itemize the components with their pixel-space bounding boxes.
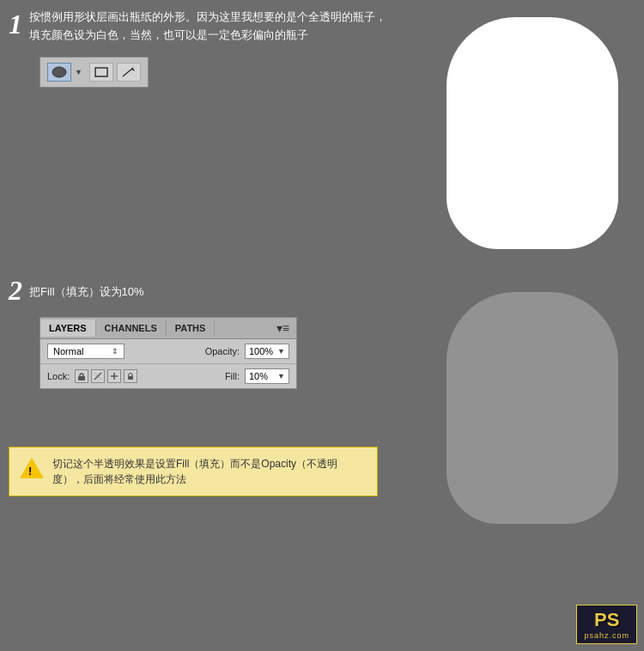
svg-rect-5 xyxy=(80,374,83,377)
opacity-label: Opacity: xyxy=(205,346,240,356)
lock-image-btn[interactable] xyxy=(91,369,105,383)
step2-text: 把Fill（填充）设为10% xyxy=(29,283,144,301)
ps-domain: psahz.com xyxy=(584,631,629,640)
bottle-gray xyxy=(447,292,618,524)
lock-icons xyxy=(75,369,137,383)
blend-mode-arrow: ⇕ xyxy=(112,347,118,356)
pen-tool-button[interactable] xyxy=(117,63,141,82)
ps-brand-text: PS xyxy=(594,609,619,631)
warning-triangle-icon xyxy=(20,458,44,478)
lock-all-btn[interactable] xyxy=(124,369,137,383)
main-container: 1 按惯例用形状层画出瓶纸的外形。因为这里我想要的是个全透明的瓶子，填充颜色设为… xyxy=(0,0,644,651)
panel-menu-button[interactable]: ▾≡ xyxy=(270,318,296,338)
shape-tool-button[interactable] xyxy=(47,63,71,82)
rect-tool-button[interactable] xyxy=(89,63,113,82)
tab-channels[interactable]: CHANNELS xyxy=(96,319,167,337)
opacity-input[interactable]: 100% ▼ xyxy=(245,344,289,359)
layers-row1: Normal ⇕ Opacity: 100% ▼ xyxy=(40,339,296,364)
tab-paths[interactable]: PATHS xyxy=(167,319,216,337)
bottle-white xyxy=(447,17,618,249)
svg-line-2 xyxy=(123,68,133,76)
shape-tool-arrow[interactable]: ▼ xyxy=(75,68,82,76)
step1-number: 1 xyxy=(9,9,22,40)
step1-text: 按惯例用形状层画出瓶纸的外形。因为这里我想要的是个全透明的瓶子，填充颜色设为白色… xyxy=(29,9,386,45)
svg-point-0 xyxy=(52,67,66,77)
fill-arrow: ▼ xyxy=(277,372,285,380)
ps-logo: PS psahz.com xyxy=(576,605,637,644)
layers-row2: Lock: xyxy=(40,364,296,388)
layers-panel: LAYERS CHANNELS PATHS ▾≡ Normal ⇕ Opacit… xyxy=(39,317,297,389)
lock-transparent-btn[interactable] xyxy=(75,369,88,383)
opacity-arrow: ▼ xyxy=(277,347,285,356)
warning-text: 切记这个半透明效果是设置Fill（填充）而不是Opacity（不透明度），后面将… xyxy=(52,456,367,487)
tab-layers[interactable]: LAYERS xyxy=(40,319,96,337)
step1-area: 1 按惯例用形状层画出瓶纸的外形。因为这里我想要的是个全透明的瓶子，填充颜色设为… xyxy=(9,9,386,88)
layers-tabs: LAYERS CHANNELS PATHS ▾≡ xyxy=(40,318,296,339)
warning-icon-area xyxy=(20,458,44,478)
fill-label: Fill: xyxy=(225,371,240,381)
svg-rect-10 xyxy=(128,376,133,380)
warning-box: 切记这个半透明效果是设置Fill（填充）而不是Opacity（不透明度），后面将… xyxy=(9,447,378,496)
svg-rect-1 xyxy=(95,68,107,76)
lock-label: Lock: xyxy=(47,371,70,381)
tool-icons-bar: ▼ xyxy=(39,57,149,88)
step2-number: 2 xyxy=(9,275,22,307)
fill-input[interactable]: 10% ▼ xyxy=(245,368,289,384)
blend-mode-select[interactable]: Normal ⇕ xyxy=(47,344,125,359)
step2-area: 2 把Fill（填充）设为10% LAYERS CHANNELS PATHS ▾… xyxy=(9,275,386,389)
lock-position-btn[interactable] xyxy=(107,369,121,383)
